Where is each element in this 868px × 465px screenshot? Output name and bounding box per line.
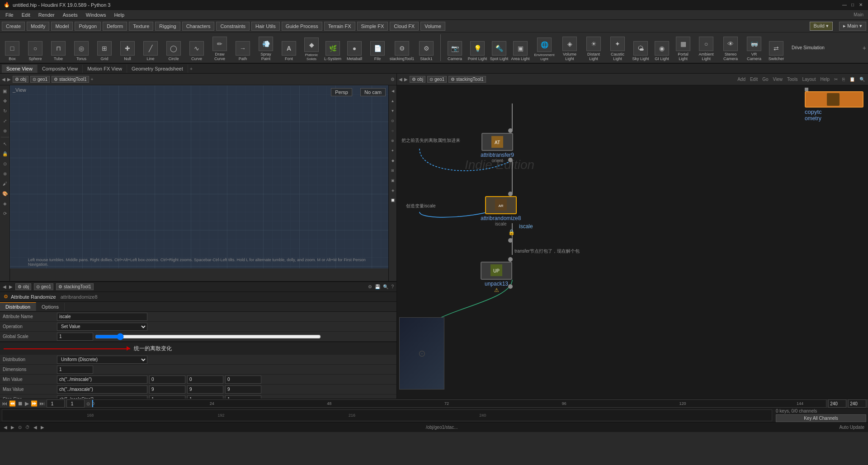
toolbar-texture[interactable]: Texture [129,22,153,31]
pp-maxval-v2[interactable] [149,385,185,394]
vp-back-btn[interactable]: ◀ [2,77,5,82]
tl-realtime-icon[interactable]: ⊙ [86,401,90,406]
ng-icon-copy[interactable]: ⎘ [841,77,846,82]
pp-stepsize-v3[interactable] [187,395,223,399]
tool-arealight[interactable]: ▣ Area Light [510,40,531,62]
tool-ambientlight[interactable]: ○ Ambient Light [694,36,718,62]
tool-causticlight[interactable]: ✦ Caustic Light [606,36,629,62]
toolbar-main-btn[interactable]: ▸ Main ▾ [839,22,866,31]
ng-menu-go[interactable]: Go [761,77,769,82]
toolbar-model[interactable]: Model [51,22,73,31]
ng-menu-help[interactable]: Help [819,77,831,82]
pp-attrname-input[interactable] [57,313,147,321]
pp-globalscale-input[interactable] [57,333,93,341]
pp-maxval-v4[interactable] [225,385,261,394]
pp-obj[interactable]: ⚙ obj [15,283,31,290]
window-controls[interactable]: — □ ✕ [841,1,864,9]
tool-file[interactable]: 📄 File [366,40,389,62]
ng-menu-edit[interactable]: Edit [749,77,759,82]
tool-curve[interactable]: ∿ Curve [185,40,208,62]
pp-gear-icon[interactable]: ⚙ [368,284,372,289]
pp-fwd[interactable]: ▶ [9,284,13,289]
tl-prev-btn[interactable]: ⏪ [9,400,16,407]
add-tools-button[interactable]: + [863,44,866,52]
ng-geo-select[interactable]: ⊙ geo1 [427,76,447,83]
tab-motionfxview[interactable]: Motion FX View [83,65,127,73]
tool-gilight[interactable]: ◉ GI Light [652,40,672,62]
pp-tab-distribution[interactable]: Distribution [0,302,36,311]
sb-icon4[interactable]: ⏱ [25,425,30,430]
timeline-track[interactable]: 168 192 216 240 [2,409,772,421]
toolbar-characters[interactable]: Characters [182,22,215,31]
persp-button[interactable]: Persp [331,88,352,96]
menu-windows[interactable]: Windows [82,11,110,19]
close-button[interactable]: ✕ [857,1,864,9]
tool-portallight[interactable]: ▦ Portal Light [672,36,694,62]
vp-fwd-btn[interactable]: ▶ [7,77,11,82]
toolbar-hairutils[interactable]: Hair Utils [251,22,280,31]
pp-tab-options[interactable]: Options [36,303,65,311]
toolbar-cloudfx[interactable]: Cloud FX [390,22,419,31]
ng-icon-zoom[interactable]: 🔍 [858,77,866,82]
sidebar-transform-icon[interactable]: ⊕ [0,126,9,135]
add-tab-button[interactable]: + [188,65,194,73]
toolbar-constraints[interactable]: Constraints [216,22,250,31]
toolbar-polygon[interactable]: Polygon [75,22,101,31]
attribtransfer9-body[interactable]: AT [481,133,513,151]
ng-fwd-btn[interactable]: ▶ [404,77,408,82]
tab-geospreadsheet[interactable]: Geometry Spreadsheet [127,65,188,73]
tool-lsystem[interactable]: 🌿 L-System [323,40,343,62]
tool-lights-camera[interactable]: 📷 Camera [443,40,466,62]
pp-geo1[interactable]: ⊙ geo1 [34,283,53,290]
nocam-button[interactable]: No cam [360,88,386,96]
tool-volumelight[interactable]: ◈ Volume Light [558,36,581,62]
tool-sphere[interactable]: ○ Sphere [24,40,47,62]
tool-spotlight[interactable]: 🔦 Spot Light [489,40,509,62]
tl-keyall-btn[interactable]: Key All Channels [776,414,866,422]
vp-right-icon12[interactable]: 🔲 [388,196,397,205]
vp-plus-btn[interactable]: + [91,77,94,82]
sidebar-model-icon[interactable]: ◈ [0,199,9,208]
toolbar-volume[interactable]: Volume [420,22,445,31]
tl-next-btn[interactable]: ⏩ [31,400,38,407]
vp-right-icon5[interactable]: ○ [388,126,397,135]
tool-spraypaint[interactable]: 💨 Spray Paint [255,36,277,62]
toolbar-rigging[interactable]: Rigging [155,22,180,31]
toolbar-build[interactable]: Build ▾ [810,22,833,31]
pp-operation-select[interactable]: Set Value [57,323,147,331]
ng-back-btn[interactable]: ◀ [399,77,402,82]
sb-icon3[interactable]: ⊙ [18,425,22,430]
tool-skylight[interactable]: 🌤 Sky Light [630,40,651,62]
tool-box[interactable]: □ Box [1,40,24,62]
vp-right-icon9[interactable]: ⊞ [388,166,397,175]
pp-dim-input[interactable] [57,366,93,374]
tool-null[interactable]: ✚ Null [116,40,139,62]
menu-edit[interactable]: Edit [18,11,34,19]
pp-maxval-v1[interactable] [57,385,147,394]
ng-menu-tools[interactable]: Tools [786,77,799,82]
sidebar-paint-icon[interactable]: 🎨 [0,189,9,198]
pp-minval-v3[interactable] [187,376,223,384]
ng-menu-view[interactable]: View [772,77,784,82]
menu-render[interactable]: Render [35,11,58,19]
tool-stacking1[interactable]: ⚙ stackingTool1 [389,40,415,62]
toolbar-terrainfx[interactable]: Terrain FX [324,22,355,31]
node-copytc[interactable]: copytc ometry [805,88,863,122]
maximize-button[interactable]: □ [849,1,856,9]
tool-vrcamera[interactable]: 🥽 VR Camera [743,36,765,62]
tl-play-btn[interactable]: ▶ [25,400,29,407]
sb-icon2[interactable]: ▶ [11,425,14,430]
vp-right-icon7[interactable]: ✦ [388,146,397,155]
ng-menu-layout[interactable]: Layout [801,77,817,82]
tl-start-btn[interactable]: ⏮ [2,400,7,407]
vp-settings-icon[interactable]: ⚙ [391,77,395,82]
tool-grid[interactable]: ⊞ Grid [93,40,116,62]
ng-stacking-select[interactable]: ⚙ stackingTool1 [448,76,486,83]
pp-stacking[interactable]: ⚙ stackingTool1 [56,283,93,290]
toolbar-modify[interactable]: Modify [27,22,49,31]
pp-zoom-icon[interactable]: 🔍 [383,284,388,289]
sidebar-deform-icon[interactable]: ⟳ [0,209,9,218]
vp-right-icon10[interactable]: ▣ [388,176,397,185]
vp-right-icon11[interactable]: ◈ [388,186,397,195]
sb-icon1[interactable]: ◀ [4,425,7,430]
